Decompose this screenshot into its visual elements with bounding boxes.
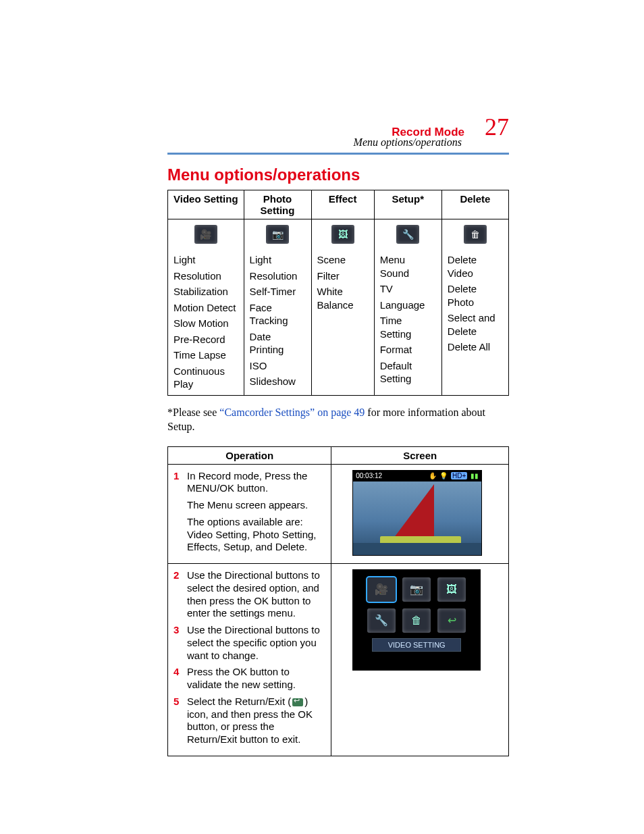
list-item: Time Setting: [380, 313, 436, 342]
list-item: Format: [380, 342, 436, 358]
list-item: Face Tracking: [250, 300, 306, 329]
ops-row-1: 1 In Record mode, Press the MENU/OK butt…: [168, 464, 509, 564]
list-item: Filter: [317, 268, 369, 284]
list-item: TV: [380, 281, 436, 297]
menu-effect-icon: 🖼: [437, 577, 466, 602]
ops-col-screen: Screen: [331, 446, 509, 464]
list-item: Delete Photo: [448, 281, 503, 310]
list-item: Slow Motion: [173, 315, 238, 332]
menu-photo-icon: 📷: [402, 577, 431, 602]
page-header: Record Mode 27 Menu options/operations: [167, 115, 509, 155]
step-text: Select the Return/Exit () icon, and then…: [187, 696, 325, 746]
icon-row: 🎥 📷 🖼 🔧 🗑: [168, 219, 509, 250]
step-text: The Menu screen appears.: [187, 499, 325, 512]
hand-icon: ✋: [429, 472, 437, 479]
battery-icon: ▮▮: [471, 472, 479, 479]
table-header-row: Video Setting Photo Setting Effect Setup…: [168, 190, 509, 219]
header-divider: [167, 153, 509, 155]
menu-options-table: Video Setting Photo Setting Effect Setup…: [167, 190, 509, 396]
camcorder-settings-link[interactable]: “Camcorder Settings” on page 49: [219, 407, 365, 418]
bulb-icon: 💡: [439, 472, 448, 479]
col-setup: Setup*: [374, 190, 441, 219]
menu-return-icon: ↩: [437, 608, 466, 633]
photo-items: Light Resolution Self-Timer Face Trackin…: [244, 249, 311, 395]
list-item: Pre-Record: [173, 332, 238, 348]
col-effect: Effect: [311, 190, 374, 219]
list-item: Date Printing: [250, 329, 306, 358]
step-number: 1: [173, 470, 182, 554]
step-text: Use the Directional buttons to select th…: [187, 624, 325, 662]
setup-icon: 🔧: [396, 225, 419, 244]
menu-screenshot: 🎥 📷 🖼 🔧 🗑 ↩ VIDEO SETTING: [352, 569, 481, 671]
menu-caption: VIDEO SETTING: [372, 638, 461, 652]
col-delete: Delete: [441, 190, 508, 219]
setup-items: Menu Sound TV Language Time Setting Form…: [374, 249, 441, 395]
step-text: The options available are: Video Setting…: [187, 516, 325, 554]
step-number: 5: [173, 696, 182, 746]
list-item: Resolution: [250, 268, 306, 284]
ops-row-2: 2 Use the Directional buttons to select …: [168, 564, 509, 756]
setup-footnote: *Please see “Camcorder Settings” on page…: [167, 405, 509, 434]
step-number: 4: [173, 666, 182, 692]
items-row: Light Resolution Stabilization Motion De…: [168, 249, 509, 395]
list-item: Light: [250, 252, 306, 268]
list-item: Language: [380, 297, 436, 313]
return-exit-icon: [292, 698, 303, 706]
list-item: Resolution: [173, 268, 238, 284]
recording-time: 00:03:12: [356, 472, 382, 479]
delete-icon: 🗑: [464, 225, 487, 244]
breadcrumb: Menu options/operations: [167, 136, 462, 149]
video-setting-icon: 🎥: [194, 225, 217, 244]
hd-badge: HD+: [451, 472, 467, 479]
photo-setting-icon: 📷: [266, 225, 289, 244]
list-item: Slideshow: [250, 373, 306, 390]
ops-header-row: Operation Screen: [168, 446, 509, 464]
list-item: Scene: [317, 252, 369, 268]
list-item: White Balance: [317, 284, 369, 313]
list-item: Menu Sound: [380, 252, 436, 281]
list-item: Delete All: [448, 339, 503, 355]
step-number: 3: [173, 624, 182, 662]
list-item: Stabilization: [173, 284, 238, 300]
col-photo: Photo Setting: [244, 190, 311, 219]
video-items: Light Resolution Stabilization Motion De…: [168, 249, 244, 395]
list-item: Motion Detect: [173, 300, 238, 316]
list-item: ISO: [250, 358, 306, 374]
ops-col-operation: Operation: [168, 446, 331, 464]
sailboat-sail: [394, 484, 434, 538]
list-item: Light: [173, 252, 238, 268]
operations-table: Operation Screen 1 In Record mode, Press…: [167, 446, 509, 756]
menu-setup-icon: 🔧: [367, 608, 396, 633]
effect-icon: 🖼: [331, 225, 354, 244]
delete-items: Delete Video Delete Photo Select and Del…: [441, 249, 508, 395]
list-item: Continuous Play: [173, 363, 238, 392]
menu-video-icon: 🎥: [367, 577, 396, 602]
list-item: Default Setting: [380, 358, 436, 387]
water: [353, 543, 481, 555]
menu-delete-icon: 🗑: [402, 608, 431, 633]
step-number: 2: [173, 569, 182, 620]
record-mode-screenshot: 00:03:12 ✋ 💡 HD+ ▮▮: [352, 470, 482, 556]
page-title: Menu options/operations: [167, 165, 509, 184]
page-number: 27: [485, 115, 509, 139]
list-item: Self-Timer: [250, 284, 306, 300]
step-text: In Record mode, Press the MENU/OK button…: [187, 470, 325, 496]
list-item: Time Lapse: [173, 347, 238, 363]
step-text: Press the OK button to validate the new …: [187, 666, 325, 692]
step-text: Use the Directional buttons to select th…: [187, 569, 325, 620]
effect-items: Scene Filter White Balance: [311, 249, 374, 395]
list-item: Select and Delete: [448, 310, 503, 339]
list-item: Delete Video: [448, 252, 503, 281]
footnote-prefix: *Please see: [167, 407, 219, 418]
col-video: Video Setting: [168, 190, 244, 219]
